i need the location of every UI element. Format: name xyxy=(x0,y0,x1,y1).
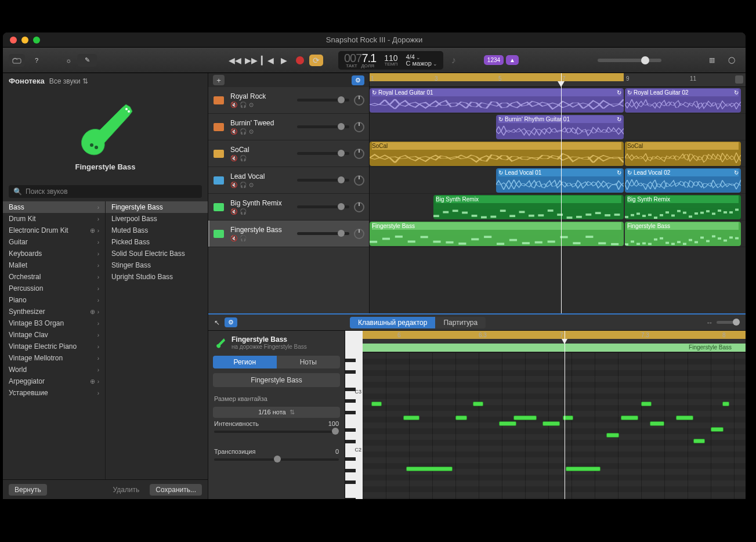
playhead[interactable] xyxy=(561,73,562,313)
list-item[interactable]: Fingerstyle Bass xyxy=(106,201,208,213)
track-volume-slider[interactable] xyxy=(297,232,349,235)
list-item[interactable]: Vintage Clav› xyxy=(3,329,105,341)
track-volume-slider[interactable] xyxy=(297,205,349,208)
midi-note[interactable] xyxy=(711,427,724,432)
region-name-field[interactable]: Fingerstyle Bass xyxy=(213,373,340,387)
headphones-icon[interactable]: 🎧 xyxy=(240,155,247,161)
list-item[interactable]: Guitar› xyxy=(3,236,105,248)
go-to-beginning-button[interactable]: ▎◀ xyxy=(261,55,274,66)
list-item[interactable]: Picked Bass xyxy=(106,236,208,248)
midi-note[interactable] xyxy=(455,415,467,420)
region-tab[interactable]: Регион xyxy=(213,356,277,368)
list-item[interactable]: Electronic Drum Kit⊕› xyxy=(3,225,105,236)
midi-tool[interactable]: ⚙ xyxy=(225,317,237,327)
mute-button[interactable]: 🔇 xyxy=(230,128,237,135)
track-header[interactable]: Royal Rock🔇🎧⊙ xyxy=(208,87,369,114)
region[interactable]: Big Synth Remix xyxy=(433,195,624,219)
list-item[interactable]: Vintage B3 Organ› xyxy=(3,317,105,329)
forward-button[interactable]: ▶▶ xyxy=(244,55,258,66)
library-tab[interactable]: Фонотека xyxy=(9,77,45,85)
midi-note[interactable] xyxy=(499,421,516,426)
piano-roll-tab[interactable]: Клавишный редактор xyxy=(350,317,436,328)
list-item[interactable]: Mallet› xyxy=(3,259,105,271)
mute-button[interactable]: 🔇 xyxy=(230,235,237,241)
track-lane[interactable]: ↻Lead Vocal 01↻↻Lead Vocal 02↻ xyxy=(370,167,746,194)
strength-slider[interactable] xyxy=(214,431,339,433)
master-volume-slider[interactable] xyxy=(598,59,661,62)
track-pan-knob[interactable] xyxy=(354,229,364,239)
list-item[interactable]: Устаревшие› xyxy=(3,387,105,399)
transpose-slider[interactable] xyxy=(214,458,339,461)
list-item[interactable]: Solid Soul Electric Bass xyxy=(106,248,208,259)
editor-region-header[interactable]: Fingerstyle Bass xyxy=(363,344,746,352)
midi-note[interactable] xyxy=(542,421,560,426)
track-header[interactable]: Burnin' Tweed🔇🎧⊙ xyxy=(208,114,369,140)
minimize-window-button[interactable] xyxy=(21,37,28,44)
track-lane[interactable]: Big Synth RemixBig Synth Remix xyxy=(370,194,746,221)
search-input[interactable]: 🔍 Поиск звуков xyxy=(9,185,202,198)
track-pan-knob[interactable] xyxy=(354,95,364,106)
headphones-icon[interactable]: 🎧 xyxy=(240,208,247,215)
record-button[interactable] xyxy=(293,55,307,66)
patch-list[interactable]: Fingerstyle BassLiverpool BassMuted Bass… xyxy=(106,201,208,479)
list-item[interactable]: Percussion› xyxy=(3,283,105,294)
list-item[interactable]: Vintage Mellotron› xyxy=(3,352,105,364)
tuner-button[interactable]: ♪ xyxy=(451,55,463,66)
midi-note[interactable] xyxy=(676,415,693,420)
midi-note[interactable] xyxy=(403,415,419,420)
play-button[interactable]: ▶ xyxy=(277,55,291,66)
list-item[interactable]: Keyboards› xyxy=(3,248,105,259)
track-header[interactable]: Big Synth Remix🔇🎧 xyxy=(208,194,369,221)
list-item[interactable]: Synthesizer⊕› xyxy=(3,306,105,317)
midi-note[interactable] xyxy=(566,467,601,471)
track-volume-slider[interactable] xyxy=(297,99,349,102)
quick-help-button[interactable]: ? xyxy=(28,54,45,67)
list-item[interactable]: Orchestral› xyxy=(3,271,105,283)
track-lane[interactable]: ↻Royal Lead Guitar 01↻↻Royal Lead Guitar… xyxy=(370,87,746,114)
headphones-icon[interactable]: 🎧 xyxy=(240,128,247,135)
track-volume-slider[interactable] xyxy=(297,152,349,155)
region[interactable]: ↻Burnin' Rhythm Guitar 01↻ xyxy=(496,115,624,139)
track-header[interactable]: Fingerstyle Bass🔇🎧 xyxy=(208,221,369,247)
region[interactable]: ↻Lead Vocal 01↻ xyxy=(496,168,624,193)
track-pan-knob[interactable] xyxy=(354,149,364,159)
category-list[interactable]: Bass›Drum Kit›Electronic Drum Kit⊕›Guita… xyxy=(3,201,106,479)
region[interactable]: Fingerstyle Bass xyxy=(370,222,624,246)
lcd-key[interactable]: С мажор xyxy=(406,60,432,67)
editors-button[interactable]: ✎ xyxy=(77,54,97,67)
midi-note[interactable] xyxy=(641,402,652,406)
track-volume-slider[interactable] xyxy=(297,125,349,128)
midi-note[interactable] xyxy=(650,421,664,426)
list-item[interactable]: Stinger Bass xyxy=(106,259,208,271)
region[interactable]: SoCal xyxy=(625,142,741,166)
track-lane[interactable]: SoCalSoCal xyxy=(370,140,746,167)
list-item[interactable]: Muted Bass xyxy=(106,225,208,236)
mute-button[interactable]: 🔇 xyxy=(230,102,237,108)
quantize-select[interactable]: 1/16 нота⇅ xyxy=(213,407,340,418)
close-window-button[interactable] xyxy=(10,37,17,44)
zoom-slider[interactable] xyxy=(717,321,740,324)
track-header[interactable]: Lead Vocal🔇🎧⊙ xyxy=(208,167,369,194)
region[interactable]: ↻Lead Vocal 02↻ xyxy=(625,168,741,193)
input-icon[interactable]: ⊙ xyxy=(249,128,254,135)
headphones-icon[interactable]: 🎧 xyxy=(240,182,247,188)
list-item[interactable]: Bass› xyxy=(3,201,105,213)
region[interactable]: ↻Royal Lead Guitar 02↻ xyxy=(625,88,741,113)
list-item[interactable]: World› xyxy=(3,364,105,375)
midi-note[interactable] xyxy=(473,402,483,406)
midi-note[interactable] xyxy=(606,433,619,438)
lcd-tempo[interactable]: 110 xyxy=(384,54,397,62)
score-tab[interactable]: Партитура xyxy=(435,317,486,328)
midi-note[interactable] xyxy=(621,415,638,420)
mute-button[interactable]: 🔇 xyxy=(230,182,237,188)
library-toggle-button[interactable] xyxy=(9,54,25,67)
input-icon[interactable]: ⊙ xyxy=(249,182,254,188)
piano-keyboard[interactable]: C3 C2 xyxy=(345,331,363,499)
revert-button[interactable]: Вернуть xyxy=(9,484,47,496)
catch-button[interactable] xyxy=(735,75,743,84)
track-pan-knob[interactable] xyxy=(354,202,364,212)
notes-tab[interactable]: Ноты xyxy=(277,356,341,368)
mute-button[interactable]: 🔇 xyxy=(230,155,237,161)
midi-note[interactable] xyxy=(722,402,729,406)
midi-note[interactable] xyxy=(513,415,537,420)
